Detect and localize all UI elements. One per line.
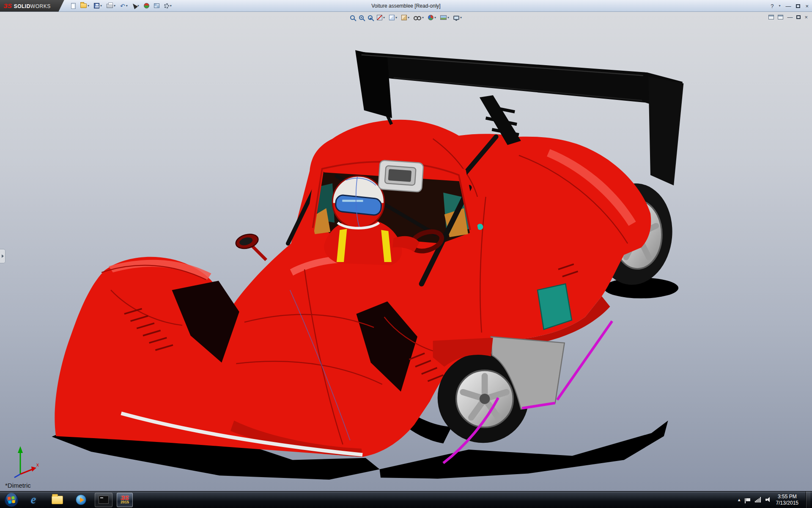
window-controls: ? ▾ — × (771, 0, 809, 12)
solidworks-app-icon: ЗS 2015 (121, 495, 129, 505)
volume-icon[interactable] (765, 497, 771, 502)
select-cursor-icon (131, 2, 138, 9)
side-mirror[interactable] (234, 232, 266, 260)
scene-caret: ▾ (447, 16, 449, 19)
rebuild-icon (144, 3, 149, 8)
monitor-icon (453, 16, 459, 20)
pane-tile-icon[interactable] (778, 15, 783, 19)
scene-icon (440, 15, 447, 20)
heads-up-view-toolbar: ▾ ▾ ▾ ▾ ▾ ▾ ▾ (349, 14, 463, 21)
clock-date: 7/13/2015 (776, 500, 798, 506)
open-button[interactable]: ▾ (80, 1, 90, 11)
orientation-caret: ▾ (395, 16, 397, 19)
brand-name-bold: SOLID (14, 3, 30, 9)
app-titlebar: ЗS SOLIDWORKS ▾ ▾ ▾ ↶▾ ▾ ▾ Voiture assem… (0, 0, 812, 12)
select-button[interactable]: ▾ (132, 1, 140, 11)
media-player-button[interactable] (71, 492, 91, 508)
taskbar-clock[interactable]: 3:55 PM 7/13/2015 (776, 494, 798, 506)
zoom-to-area-icon (359, 15, 364, 20)
hide-show-items-button[interactable]: ▾ (413, 15, 425, 20)
solidworks-logo-mark-icon: ЗS (3, 2, 12, 9)
file-explorer-button[interactable] (47, 492, 67, 508)
intake-box[interactable] (378, 160, 423, 192)
solidworks-task-button[interactable]: ЗS 2015 (117, 493, 133, 507)
triad-x-label: x (36, 462, 39, 468)
previous-view-icon (368, 15, 373, 20)
panel-collapse-tab[interactable] (0, 249, 5, 263)
command-prompt-task-button[interactable] (95, 493, 112, 507)
print-caret: ▾ (114, 4, 115, 8)
gear-icon (164, 3, 169, 8)
display-style-caret: ▾ (408, 16, 409, 19)
help-caret: ▾ (779, 4, 780, 8)
zoom-to-fit-button[interactable] (349, 14, 356, 21)
section-view-button[interactable]: ▾ (376, 14, 386, 21)
minimize-button[interactable]: — (785, 3, 791, 9)
select-caret: ▾ (137, 4, 139, 8)
folder-icon (52, 496, 63, 504)
window-title: Voiture assemblee [Read-only] (371, 0, 440, 12)
new-document-icon (71, 3, 76, 9)
grid-icon (154, 3, 159, 8)
glasses-icon (414, 16, 421, 19)
triad-z-arrow (14, 474, 20, 478)
save-button[interactable]: ▾ (93, 1, 103, 11)
brand-name-light: WORKS (30, 3, 51, 9)
open-folder-icon (80, 3, 87, 8)
network-icon[interactable] (755, 497, 761, 502)
show-desktop-button[interactable] (806, 491, 810, 508)
save-caret: ▾ (100, 4, 102, 8)
view-orientation-button[interactable]: ▾ (388, 14, 398, 21)
view-settings-caret: ▾ (460, 16, 462, 19)
clock-time: 3:55 PM (776, 494, 798, 500)
action-center-icon[interactable] (746, 498, 750, 501)
document-window-controls: — × (768, 14, 808, 20)
doc-close-button[interactable]: × (804, 14, 808, 20)
internet-explorer-icon: e (31, 493, 36, 506)
display-style-button[interactable]: ▾ (401, 14, 410, 21)
print-button[interactable]: ▾ (106, 1, 116, 11)
start-button[interactable] (3, 492, 19, 508)
display-style-icon (401, 15, 407, 20)
restore-button[interactable] (796, 4, 800, 8)
graphics-viewport[interactable]: ▾ ▾ ▾ ▾ ▾ ▾ ▾ — × (0, 12, 812, 491)
windows-taskbar: e ЗS 2015 ▲ 3:55 PM 7/13/2015 (0, 491, 812, 508)
open-caret: ▾ (88, 4, 89, 8)
close-button[interactable]: × (805, 3, 809, 9)
help-button[interactable]: ? (771, 3, 774, 9)
print-icon (107, 4, 113, 8)
previous-view-button[interactable] (367, 14, 373, 21)
edit-appearance-button[interactable]: ▾ (427, 14, 437, 21)
rebuild-button[interactable] (143, 1, 150, 11)
windows-orb-icon (3, 492, 19, 508)
apply-scene-button[interactable]: ▾ (439, 14, 450, 21)
view-settings-button[interactable]: ▾ (453, 15, 463, 21)
save-icon (94, 3, 99, 8)
view-orientation-cube-icon (389, 15, 395, 20)
internet-explorer-button[interactable]: e (24, 492, 43, 508)
undo-icon: ↶ (120, 3, 125, 9)
solidworks-mark-icon: ЗS (121, 495, 129, 500)
undo-button[interactable]: ↶▾ (119, 1, 129, 11)
media-player-icon (76, 494, 86, 505)
doc-restore-button[interactable] (796, 15, 801, 19)
options-button[interactable]: ▾ (163, 1, 173, 11)
cad-model-canvas[interactable] (0, 12, 812, 491)
undo-caret: ▾ (126, 4, 128, 8)
zoom-to-area-button[interactable] (358, 14, 365, 21)
new-document-button[interactable] (70, 1, 77, 11)
options-caret: ▾ (170, 4, 172, 8)
appearance-sphere-icon (428, 15, 433, 20)
section-caret: ▾ (383, 16, 385, 19)
zoom-to-fit-icon (350, 15, 355, 20)
pane-split-icon[interactable] (768, 15, 774, 19)
view-orientation-label: *Dimetric (5, 482, 31, 489)
solidworks-version-badge: 2015 (121, 500, 129, 505)
system-tray: ▲ 3:55 PM 7/13/2015 (737, 491, 812, 508)
display-grid-button[interactable] (153, 1, 160, 11)
hidden-icons-button[interactable]: ▲ (737, 497, 741, 502)
main-toolbar: ▾ ▾ ▾ ↶▾ ▾ ▾ (70, 1, 173, 11)
doc-minimize-button[interactable]: — (787, 14, 793, 20)
reference-triad: x (7, 444, 42, 479)
appearance-caret: ▾ (434, 16, 436, 19)
